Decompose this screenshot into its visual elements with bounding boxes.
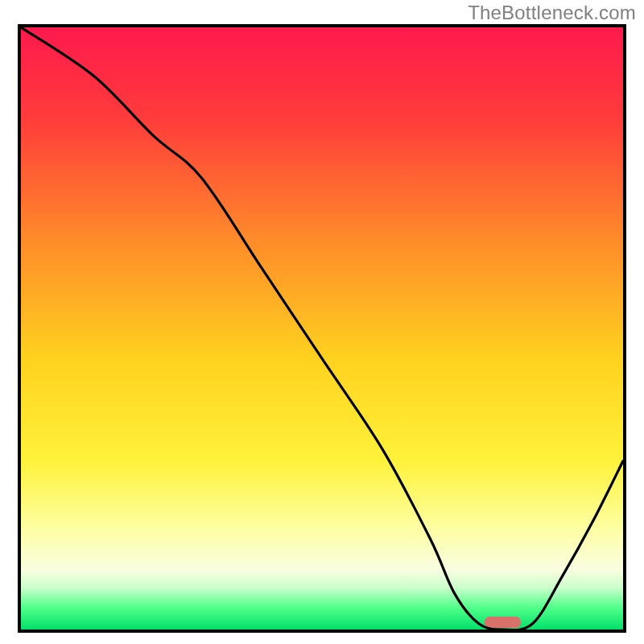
optimal-range-marker <box>485 617 521 628</box>
watermark-text: TheBottleneck.com <box>468 2 636 24</box>
plot-svg <box>21 27 623 630</box>
gradient-background <box>21 27 623 630</box>
chart-container: TheBottleneck.com <box>0 0 644 644</box>
plot-area <box>18 24 626 633</box>
